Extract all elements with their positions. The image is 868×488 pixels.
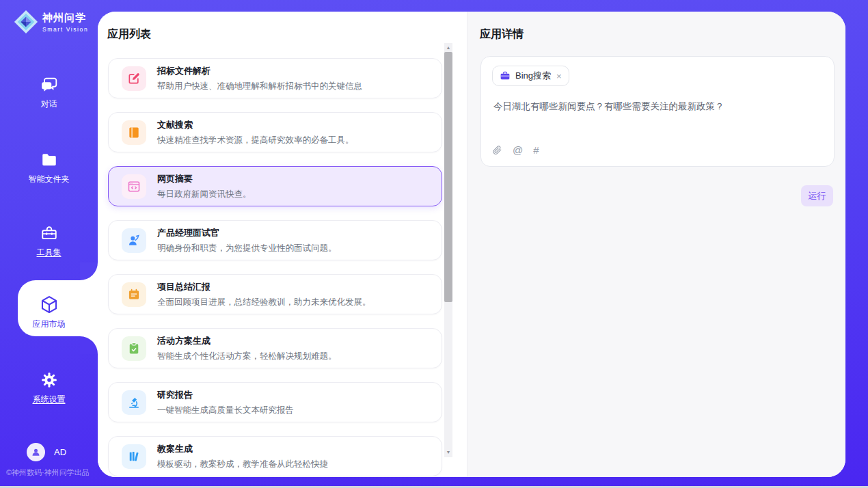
sidebar-item-smart-folder[interactable]: 智能文件夹	[0, 151, 98, 185]
hashtag-icon[interactable]: #	[533, 145, 539, 155]
sidebar-item-toolset[interactable]: 工具集	[0, 224, 98, 258]
app-card[interactable]: 活动方案生成 智能生成个性化活动方案，轻松解决规划难题。	[108, 328, 442, 368]
sidebar-item-label: 对话	[0, 98, 98, 110]
sidebar-item-label: 应用市场	[0, 318, 98, 330]
chat-icon	[40, 76, 58, 94]
app-description: 帮助用户快速、准确地理解和解析招标书中的关键信息	[157, 81, 362, 92]
app-card[interactable]: 研究报告 一键智能生成高质量长文本研究报告	[108, 382, 442, 422]
app-title: 教案生成	[157, 443, 328, 455]
sidebar-item-settings[interactable]: 系统设置	[0, 371, 98, 405]
copyright-note: ©神州数码·神州问学出品	[6, 467, 90, 478]
sidebar-item-label: 工具集	[0, 247, 98, 258]
user-name: AD	[54, 447, 66, 457]
mention-icon[interactable]: @	[513, 145, 523, 155]
books-icon	[122, 444, 146, 469]
calendar-note-icon	[122, 282, 146, 307]
app-card[interactable]: 产品经理面试官 明确身份和职责，为您提供专业性的面试问题。	[108, 220, 442, 260]
toolbox-icon	[40, 224, 58, 242]
attach-toolbar: @ #	[492, 145, 550, 155]
query-input[interactable]: 今日湖北有哪些新闻要点？有哪些需要关注的最新政策？	[493, 100, 822, 113]
briefcase-icon	[500, 70, 511, 81]
clipboard-check-icon	[122, 336, 146, 361]
app-description: 每日政府新闻资讯快查。	[157, 189, 252, 200]
microscope-icon	[122, 390, 146, 415]
active-tab-fillet-top	[80, 262, 98, 280]
cube-icon	[39, 295, 59, 315]
prompt-card[interactable]: Bing搜索 × 今日湖北有哪些新闻要点？有哪些需要关注的最新政策？ @ #	[480, 56, 835, 167]
sidebar: 神州问学 Smart Vision 对话 智能文件夹 工具集 应用市场 系统设置…	[0, 0, 98, 488]
close-icon[interactable]: ×	[556, 72, 562, 81]
app-description: 全面回顾项目进展，总结经验教训，助力未来优化发展。	[157, 297, 371, 308]
app-card[interactable]: 招标文件解析 帮助用户快速、准确地理解和解析招标书中的关键信息	[108, 58, 442, 98]
app-list-title: 应用列表	[107, 27, 151, 42]
app-list-panel: 应用列表 招标文件解析 帮助用户快速、准确地理解和解析招标书中的关键信息 文献搜…	[98, 12, 467, 477]
tool-tag-label: Bing搜索	[515, 70, 551, 82]
app-title: 研究报告	[157, 389, 294, 401]
app-description: 一键智能生成高质量长文本研究报告	[157, 405, 294, 416]
gear-icon	[40, 371, 58, 389]
avatar	[27, 443, 45, 461]
paperclip-icon[interactable]	[492, 145, 502, 155]
sidebar-item-label: 智能文件夹	[0, 174, 98, 185]
app-detail-panel: 应用详情 Bing搜索 × 今日湖北有哪些新闻要点？有哪些需要关注的最新政策？ …	[467, 12, 845, 477]
app-title: 活动方案生成	[157, 335, 337, 347]
edit-square-icon	[122, 66, 146, 91]
main-content: 应用列表 招标文件解析 帮助用户快速、准确地理解和解析招标书中的关键信息 文献搜…	[98, 12, 845, 477]
person-icon	[31, 447, 41, 457]
app-title: 产品经理面试官	[157, 227, 337, 239]
sidebar-item-chat[interactable]: 对话	[0, 76, 98, 110]
person-interview-icon	[122, 228, 146, 253]
tool-tag-bing-search[interactable]: Bing搜索 ×	[492, 66, 569, 86]
active-tab-fillet-bottom	[80, 336, 98, 354]
app-logo: 神州问学 Smart Vision	[13, 9, 88, 35]
scrollbar-down-arrow[interactable]: ▼	[444, 448, 452, 457]
app-title: 文献搜索	[157, 119, 354, 131]
logo-title: 神州问学	[42, 12, 88, 25]
app-description: 模板驱动，教案秒成，教学准备从此轻松快捷	[157, 459, 328, 470]
browser-code-icon	[122, 174, 146, 199]
run-button[interactable]: 运行	[801, 185, 833, 206]
app-description: 明确身份和职责，为您提供专业性的面试问题。	[157, 243, 337, 254]
scrollbar-thumb[interactable]	[444, 52, 452, 302]
folder-icon	[40, 151, 58, 169]
gem-logo-icon	[13, 9, 39, 35]
logo-subtitle: Smart Vision	[42, 26, 88, 33]
app-card[interactable]: 教案生成 模板驱动，教案秒成，教学准备从此轻松快捷	[108, 436, 442, 476]
book-icon	[122, 120, 146, 145]
app-title: 网页摘要	[157, 173, 252, 185]
app-title: 招标文件解析	[157, 65, 362, 77]
user-account[interactable]: AD	[27, 443, 66, 461]
app-description: 快速精准查找学术资源，提高研究效率的必备工具。	[157, 135, 354, 146]
sidebar-item-app-market[interactable]: 应用市场	[0, 295, 98, 330]
app-card[interactable]: 文献搜索 快速精准查找学术资源，提高研究效率的必备工具。	[108, 112, 442, 152]
scrollbar-up-arrow[interactable]: ▲	[444, 44, 452, 52]
sidebar-item-label: 系统设置	[0, 394, 98, 405]
app-detail-title: 应用详情	[480, 27, 524, 42]
app-card[interactable]: 网页摘要 每日政府新闻资讯快查。	[108, 166, 442, 206]
app-card-list: 招标文件解析 帮助用户快速、准确地理解和解析招标书中的关键信息 文献搜索 快速精…	[108, 58, 442, 477]
app-title: 项目总结汇报	[157, 281, 371, 293]
app-description: 智能生成个性化活动方案，轻松解决规划难题。	[157, 351, 337, 362]
app-card[interactable]: 项目总结汇报 全面回顾项目进展，总结经验教训，助力未来优化发展。	[108, 274, 442, 314]
scrollbar[interactable]: ▲ ▼	[444, 43, 452, 457]
